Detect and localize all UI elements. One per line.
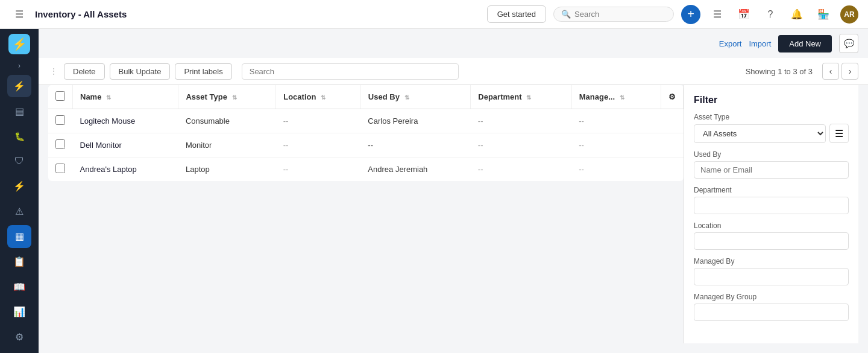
row-department: --: [471, 109, 571, 133]
table-container: Name ⇅ Asset Type ⇅ Location ⇅: [39, 85, 868, 353]
assets-table: Name ⇅ Asset Type ⇅ Location ⇅: [48, 85, 684, 181]
col-settings[interactable]: ⚙: [661, 85, 684, 109]
sidebar-item-shield[interactable]: 🛡: [7, 150, 31, 173]
row-name[interactable]: Logitech Mouse: [73, 109, 178, 133]
sidebar-item-settings[interactable]: ⚙: [7, 325, 31, 348]
topbar-icons: + ☰ 📅 ? 🔔 🏪 AR: [681, 5, 858, 24]
calendar-icon-button[interactable]: 📅: [734, 5, 753, 24]
managed-sort-icon: ⇅: [620, 94, 624, 101]
add-new-button[interactable]: Add New: [778, 35, 832, 52]
sidebar-item-bugs[interactable]: 🐛: [7, 125, 31, 148]
help-icon-button[interactable]: ?: [761, 5, 780, 24]
sidebar-item-inventory[interactable]: ▦: [7, 225, 31, 248]
get-started-button[interactable]: Get started: [487, 5, 546, 23]
filter-list-icon: ☰: [835, 128, 843, 139]
export-link[interactable]: Export: [719, 39, 742, 48]
column-drag-handle: ⋮: [48, 66, 59, 76]
sidebar-item-clipboard[interactable]: 📋: [7, 250, 31, 273]
filter-location-input[interactable]: [694, 232, 849, 250]
row-actions: [661, 109, 684, 133]
tasks-icon-button[interactable]: ☰: [708, 5, 727, 24]
row-name[interactable]: Dell Monitor: [73, 133, 178, 157]
avatar[interactable]: AR: [840, 5, 858, 24]
alert-icon: ⚠: [15, 206, 24, 217]
col-location[interactable]: Location ⇅: [276, 85, 361, 109]
row-checkbox[interactable]: [55, 115, 65, 125]
row-checkbox[interactable]: [55, 139, 65, 149]
filter-asset-type-icon-button[interactable]: ☰: [829, 124, 849, 143]
sidebar-expand-button[interactable]: ›: [18, 62, 20, 70]
filter-department-input[interactable]: [694, 197, 849, 214]
row-location: --: [276, 157, 361, 182]
table-search-input[interactable]: [242, 63, 459, 80]
list-icon: ▤: [15, 106, 24, 117]
row-name[interactable]: Andrea's Laptop: [73, 157, 178, 182]
filter-asset-type-select[interactable]: All Assets Laptop Monitor Consumable: [694, 124, 826, 143]
sidebar: ⚡ › ⚡ ▤ 🐛 🛡 ⚡ ⚠ ▦ 📋 📖 📊: [0, 29, 39, 353]
hamburger-button[interactable]: ☰: [10, 5, 29, 24]
sidebar-item-chart[interactable]: 📊: [7, 301, 31, 323]
col-department[interactable]: Department ⇅: [471, 85, 571, 109]
filter-asset-type-label: Asset Type: [694, 113, 849, 121]
store-icon-button[interactable]: 🏪: [814, 5, 833, 24]
filter-panel: Filter Asset Type All Assets Laptop Moni…: [684, 85, 858, 343]
row-used-by: Andrea Jeremiah: [360, 157, 470, 182]
search-icon: 🔍: [561, 10, 571, 19]
row-checkbox-cell: [48, 133, 73, 157]
filter-managed-by-input[interactable]: [694, 268, 849, 285]
global-search-input[interactable]: [574, 10, 666, 19]
row-used-by: Carlos Pereira: [360, 109, 470, 133]
pagination-nav: ‹ ›: [822, 63, 858, 80]
sidebar-logo: ⚡: [8, 34, 30, 54]
notifications-icon-button[interactable]: 🔔: [787, 5, 807, 24]
bulk-update-button[interactable]: Bulk Update: [110, 63, 171, 80]
print-labels-button[interactable]: Print labels: [175, 63, 231, 80]
sidebar-item-dashboard[interactable]: ⚡: [7, 75, 31, 98]
bug-icon: 🐛: [14, 132, 25, 141]
filter-managed-by-group-label: Managed By Group: [694, 293, 849, 301]
import-link[interactable]: Import: [749, 39, 771, 48]
add-button[interactable]: +: [681, 5, 700, 24]
sidebar-item-book[interactable]: 📖: [7, 275, 31, 298]
row-location: --: [276, 109, 361, 133]
table-row: Logitech Mouse Consumable -- Carlos Pere…: [48, 109, 684, 133]
col-managed[interactable]: Manage... ⇅: [571, 85, 661, 109]
row-managed: --: [571, 157, 661, 182]
sidebar-item-lightning[interactable]: ⚡: [7, 175, 31, 198]
filter-used-by-input[interactable]: [694, 161, 849, 179]
row-actions: [661, 133, 684, 157]
table-row: Dell Monitor Monitor -- -- -- --: [48, 133, 684, 157]
filter-used-by-label: Used By: [694, 150, 849, 159]
col-name[interactable]: Name ⇅: [73, 85, 178, 109]
filter-managed-by-group-input[interactable]: [694, 304, 849, 321]
topbar: ☰ Inventory - All Assets Get started 🔍 +…: [0, 0, 868, 29]
col-used-by[interactable]: Used By ⇅: [360, 85, 470, 109]
next-page-button[interactable]: ›: [841, 63, 858, 80]
row-checkbox[interactable]: [55, 164, 65, 173]
message-icon-button[interactable]: 💬: [839, 34, 858, 53]
page-title: Inventory - All Assets: [35, 9, 127, 19]
row-managed: --: [571, 109, 661, 133]
shield-icon: 🛡: [14, 156, 24, 167]
showing-text: Showing 1 to 3 of 3: [746, 67, 813, 76]
sidebar-item-list[interactable]: ▤: [7, 100, 31, 122]
prev-page-button[interactable]: ‹: [822, 63, 839, 80]
main-layout: ⚡ › ⚡ ▤ 🐛 🛡 ⚡ ⚠ ▦ 📋 📖 📊: [0, 29, 868, 353]
filter-location-label: Location: [694, 221, 849, 230]
row-managed: --: [571, 133, 661, 157]
location-sort-icon: ⇅: [321, 94, 326, 101]
delete-button[interactable]: Delete: [64, 63, 105, 80]
sidebar-item-alert[interactable]: ⚠: [7, 200, 31, 223]
row-asset-type: Consumable: [178, 109, 276, 133]
select-all-checkbox[interactable]: [55, 91, 65, 101]
content-area: Export Import Add New 💬 ⋮ Delete Bulk Up…: [39, 29, 868, 353]
column-settings-icon: ⚙: [668, 92, 676, 101]
asset-type-sort-icon: ⇅: [232, 94, 237, 101]
row-used-by: --: [360, 133, 470, 157]
table-search: [242, 63, 459, 80]
col-asset-type[interactable]: Asset Type ⇅: [178, 85, 276, 109]
row-actions: [661, 157, 684, 182]
row-checkbox-cell: [48, 109, 73, 133]
message-icon: 💬: [844, 39, 854, 48]
select-all-col: [48, 85, 73, 109]
